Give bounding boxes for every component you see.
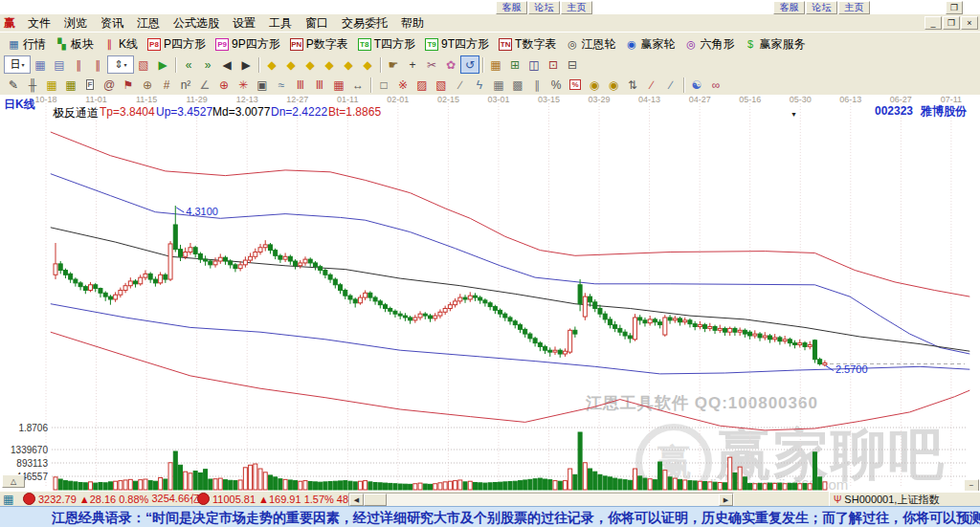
circle-cross-icon[interactable]: ⊕ bbox=[138, 76, 157, 94]
time-bars2-icon[interactable]: Ⅲ bbox=[310, 76, 329, 94]
menu-item-tools[interactable]: 工具 bbox=[262, 15, 299, 31]
kline-button[interactable]: ∥K线 bbox=[99, 34, 143, 54]
flag-tool-icon[interactable]: ⚑ bbox=[119, 76, 138, 94]
snip-tool-icon[interactable]: ✂ bbox=[422, 55, 441, 74]
table-grid-icon[interactable]: ▦ bbox=[489, 76, 508, 94]
slant-line1-icon[interactable]: ∕ bbox=[642, 76, 661, 94]
forum-button-2[interactable]: 论坛 bbox=[806, 1, 837, 14]
menu-item-trade[interactable]: 交易委托 bbox=[335, 15, 394, 31]
next-bar-icon[interactable]: ▶ bbox=[236, 55, 256, 74]
minimize-button[interactable]: _ bbox=[924, 16, 942, 30]
gann-diamond-1-icon[interactable]: ◆ bbox=[262, 55, 281, 74]
zigzag-icon[interactable]: ϟ bbox=[470, 76, 489, 94]
percent-icon[interactable]: % bbox=[546, 76, 566, 94]
notes-icon[interactable]: ◫ bbox=[524, 55, 544, 74]
sectors-button[interactable]: ▚板块 bbox=[51, 34, 99, 54]
chart-panel[interactable]: 赢 赢家聊吧 江恩工具软件 QQ:100800360 liaoba.yingji… bbox=[0, 95, 980, 491]
f-tool-icon[interactable]: F bbox=[80, 76, 100, 94]
pattern-box-icon[interactable]: ▣ bbox=[253, 76, 272, 94]
gann-diamond-6-icon[interactable]: ◆ bbox=[358, 55, 377, 74]
menu-item-gann[interactable]: 江恩 bbox=[130, 15, 167, 31]
scroll-left-icon[interactable]: ◀ bbox=[349, 494, 364, 506]
marker-tool-icon[interactable]: ✿ bbox=[441, 55, 460, 74]
chart-canvas[interactable]: 4.31002.5700 bbox=[0, 95, 980, 491]
period-dropdown[interactable]: 日▾ bbox=[4, 55, 31, 74]
p9-square-button[interactable]: P99P四方形 bbox=[211, 34, 285, 54]
yinyang-icon[interactable]: ☯ bbox=[687, 76, 706, 94]
forum-button[interactable]: 论坛 bbox=[528, 1, 560, 14]
gann-diamond-2-icon[interactable]: ◆ bbox=[281, 55, 301, 74]
service-button[interactable]: 客服 bbox=[496, 1, 527, 14]
grid-lines-icon[interactable]: ╫ bbox=[23, 76, 42, 94]
winner-service-button[interactable]: $赢家服务 bbox=[739, 34, 810, 54]
crosshair-tool-icon[interactable]: + bbox=[403, 55, 422, 74]
menu-item-settings[interactable]: 设置 bbox=[226, 15, 262, 31]
calculator-icon[interactable]: ⊞ bbox=[505, 55, 524, 74]
angle-tool-icon[interactable]: ∠ bbox=[195, 76, 214, 94]
tally-lines-icon[interactable]: # bbox=[157, 76, 176, 94]
p-number-button[interactable]: PNP数字表 bbox=[285, 34, 353, 54]
n-square-icon[interactable]: n² bbox=[176, 76, 195, 94]
scale-dropdown[interactable]: ⇕▾ bbox=[107, 55, 134, 74]
updown-pen-icon[interactable]: ⇅ bbox=[623, 76, 642, 94]
restore-window-icon[interactable]: ❐ bbox=[946, 1, 963, 14]
parallel-lines-icon[interactable]: ∥ bbox=[527, 76, 546, 94]
target-circle-icon[interactable]: ⊕ bbox=[214, 76, 234, 94]
t-number-button[interactable]: TNT数字表 bbox=[494, 34, 561, 54]
trend-line-icon[interactable]: ∕ bbox=[451, 76, 470, 94]
pen-tool-icon[interactable]: ✎ bbox=[4, 76, 23, 94]
screen-icon[interactable]: ⊡ bbox=[544, 55, 563, 74]
infinity-icon[interactable]: ∞ bbox=[706, 76, 725, 94]
gann-diamond-5-icon[interactable]: ◆ bbox=[339, 55, 358, 74]
fill-box-icon[interactable]: ▨ bbox=[412, 76, 432, 94]
current-symbol-panel[interactable]: Ψ SH000001,上证指数 bbox=[829, 492, 980, 507]
first-bar-icon[interactable]: « bbox=[179, 55, 198, 74]
grid-icon[interactable]: ▦ bbox=[3, 493, 13, 506]
service-button-2[interactable]: 客服 bbox=[773, 1, 805, 14]
scrollbar-track[interactable] bbox=[387, 494, 719, 506]
table-grid2-icon[interactable]: ▩ bbox=[508, 76, 527, 94]
quotes-button[interactable]: ▦行情 bbox=[3, 34, 51, 54]
scrollbar-thumb[interactable] bbox=[364, 494, 387, 506]
prev-bar-icon[interactable]: ◀ bbox=[217, 55, 236, 74]
t-square-button[interactable]: T8T四方形 bbox=[353, 34, 420, 54]
home-button-2[interactable]: 主页 bbox=[838, 1, 870, 14]
gann-wheel-button[interactable]: ◎江恩轮 bbox=[561, 34, 620, 54]
shrink-bars-icon[interactable]: ∥ bbox=[69, 55, 88, 74]
calendar-icon[interactable]: ▦ bbox=[486, 55, 505, 74]
red-grid-icon[interactable]: ▦ bbox=[329, 76, 348, 94]
gold-coin2-icon[interactable]: ◉ bbox=[604, 76, 623, 94]
hand-tool-icon[interactable]: ☛ bbox=[384, 55, 403, 74]
gann-diamond-4-icon[interactable]: ◆ bbox=[320, 55, 339, 74]
menu-item-news[interactable]: 资讯 bbox=[94, 15, 130, 31]
select-box-icon[interactable]: □ bbox=[374, 76, 393, 94]
span-arrows-icon[interactable]: ↔ bbox=[348, 76, 368, 94]
gold-coin-icon[interactable]: ◉ bbox=[585, 76, 604, 94]
gann-diamond-3-icon[interactable]: ◆ bbox=[301, 55, 320, 74]
publish-icon[interactable]: ⊟ bbox=[563, 55, 582, 74]
info-panel-icon[interactable]: ▤ bbox=[50, 55, 69, 74]
gann-box-icon[interactable]: ▦ bbox=[42, 76, 61, 94]
star-burst-icon[interactable]: ✳ bbox=[234, 76, 253, 94]
scroll-right-icon[interactable]: ▶ bbox=[719, 494, 733, 506]
stretch-bars-icon[interactable]: ∥ bbox=[88, 55, 107, 74]
percent-circle-icon[interactable]: % bbox=[566, 76, 585, 94]
time-bars-icon[interactable]: Ⅲ bbox=[291, 76, 310, 94]
menu-item-file[interactable]: 文件 bbox=[21, 15, 57, 31]
menu-item-formula-select[interactable]: 公式选股 bbox=[167, 15, 226, 31]
tile-windows-icon[interactable]: ▦ bbox=[31, 55, 50, 74]
p-square-button[interactable]: P8P四方形 bbox=[143, 34, 211, 54]
close-button[interactable]: × bbox=[961, 16, 978, 30]
chevron-down-icon[interactable]: ▼ bbox=[791, 111, 797, 118]
restore-button[interactable]: ❐ bbox=[943, 16, 960, 30]
t9-square-button[interactable]: T99T四方形 bbox=[420, 34, 494, 54]
cycle-tool-icon[interactable]: ↺ bbox=[460, 55, 479, 74]
expand-pane-button[interactable]: △ bbox=[2, 474, 25, 488]
fill-box2-icon[interactable]: ▧ bbox=[432, 76, 451, 94]
menu-item-help[interactable]: 帮助 bbox=[394, 15, 431, 31]
winner-wheel-button[interactable]: ◉赢家轮 bbox=[620, 34, 679, 54]
color-flag-icon[interactable]: ▶ bbox=[153, 55, 172, 74]
last-bar-icon[interactable]: » bbox=[198, 55, 217, 74]
menu-item-window[interactable]: 窗口 bbox=[299, 15, 335, 31]
rays-icon[interactable]: ※ bbox=[393, 76, 412, 94]
